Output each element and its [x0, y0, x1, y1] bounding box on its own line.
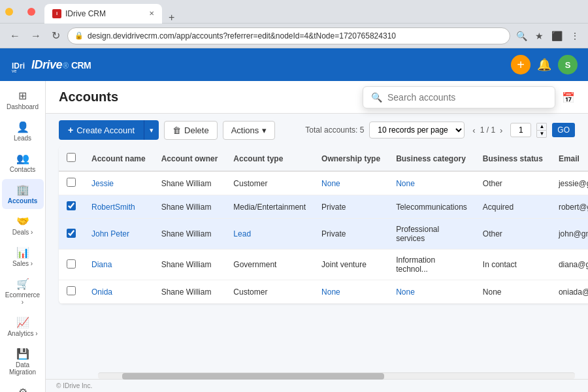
- analytics-icon: 📈: [16, 316, 29, 329]
- cell-business-status: Other: [475, 171, 551, 195]
- scrollbar-thumb[interactable]: [122, 373, 385, 380]
- cell-account-owner: Shane William: [154, 250, 226, 280]
- sidebar-item-leads[interactable]: 👤 Leads: [2, 116, 44, 146]
- account-name-link[interactable]: RobertSmith: [91, 203, 135, 212]
- forward-btn[interactable]: →: [27, 28, 44, 44]
- cell-account-name: Diana: [84, 250, 154, 280]
- go-btn[interactable]: GO: [552, 123, 575, 137]
- nav-bar: ← → ↻ 🔒 design.devidrivecrm.com/app/acco…: [0, 24, 588, 48]
- account-name-link[interactable]: Jessie: [91, 179, 114, 188]
- user-avatar[interactable]: S: [558, 55, 578, 74]
- table-row: Jessie Shane William Customer None None …: [59, 171, 588, 195]
- next-page-btn[interactable]: ›: [497, 124, 505, 137]
- sidebar-item-contacts[interactable]: 👥 Contacts: [2, 148, 44, 178]
- account-name-link[interactable]: John Peter: [91, 229, 129, 238]
- table-row: Diana Shane William Government Joint ven…: [59, 250, 588, 280]
- table-header-row: Account name Account owner Account type …: [59, 146, 588, 171]
- actions-dropdown-icon: ▾: [262, 125, 267, 135]
- prev-page-btn[interactable]: ‹: [470, 124, 478, 137]
- sidebar-item-accounts[interactable]: 🏢 Accounts: [2, 179, 44, 209]
- page-up-btn[interactable]: ▲: [536, 123, 547, 130]
- cell-account-type: Media/Entertainment: [225, 195, 314, 219]
- new-tab-btn[interactable]: +: [163, 12, 180, 24]
- row-checkbox[interactable]: [67, 286, 76, 295]
- back-btn[interactable]: ←: [7, 28, 24, 44]
- cell-account-type: Government: [225, 250, 314, 280]
- page-stepper: ▲ ▼: [536, 123, 547, 138]
- cell-ownership-type: None: [314, 171, 388, 195]
- account-name-link[interactable]: Onida: [91, 287, 112, 297]
- sidebar-label-dashboard: Dashboard: [7, 103, 39, 110]
- col-header-email: Email: [551, 146, 588, 171]
- ecommerce-icon: 🛒: [16, 278, 29, 290]
- bell-btn[interactable]: 🔔: [537, 57, 551, 72]
- create-account-btn[interactable]: + Create Account: [59, 120, 144, 140]
- sidebar-item-deals[interactable]: 🤝 Deals ›: [2, 210, 44, 240]
- cell-account-owner: Shane William: [154, 219, 226, 250]
- col-header-ownership-type: Ownership type: [314, 146, 388, 171]
- search-box: 🔍: [363, 87, 555, 108]
- page-number-input[interactable]: [510, 123, 531, 137]
- row-checkbox[interactable]: [67, 259, 76, 269]
- calendar-btn[interactable]: 📅: [562, 91, 575, 104]
- cell-account-name: Onida: [84, 280, 154, 304]
- sidebar-item-ecommerce[interactable]: 🛒 Ecommerce ›: [2, 273, 44, 310]
- sidebar-item-sales[interactable]: 📊 Sales ›: [2, 242, 44, 272]
- horizontal-scrollbar[interactable]: [98, 372, 575, 379]
- toolbar: + Create Account ▾ 🗑 Delete Actions ▾ To…: [46, 114, 588, 146]
- extensions-icon[interactable]: ⬛: [549, 29, 564, 43]
- cell-email: diana@gmail.com: [551, 250, 588, 280]
- page-down-btn[interactable]: ▼: [536, 130, 547, 138]
- tab-close-icon[interactable]: ✕: [149, 10, 154, 17]
- refresh-btn[interactable]: ↻: [48, 27, 63, 44]
- contacts-icon: 👥: [16, 152, 29, 165]
- maximize-btn[interactable]: [16, 8, 24, 16]
- address-bar[interactable]: 🔒 design.devidrivecrm.com/app/accounts?r…: [67, 27, 510, 44]
- delete-btn[interactable]: 🗑 Delete: [164, 121, 218, 140]
- main-content: Accounts 🔍 📅 + Create Account: [46, 81, 588, 392]
- pagination-controls: ‹ 1 / 1 ›: [470, 124, 505, 137]
- menu-icon[interactable]: ⋮: [568, 29, 581, 43]
- select-all-checkbox[interactable]: [67, 153, 76, 162]
- close-btn[interactable]: [27, 8, 35, 16]
- settings-icon: ⚙: [18, 386, 27, 392]
- search-nav-icon[interactable]: 🔍: [514, 29, 529, 43]
- per-page-select[interactable]: 10 records per page: [369, 122, 465, 139]
- sidebar-item-settings[interactable]: ⚙ Settings ›: [2, 382, 44, 392]
- delete-label: Delete: [184, 125, 209, 135]
- account-name-link[interactable]: Diana: [91, 260, 112, 269]
- plus-btn[interactable]: +: [511, 55, 531, 74]
- row-checkbox[interactable]: [67, 201, 76, 210]
- minimize-btn[interactable]: [5, 8, 13, 16]
- col-header-business-category: Business category: [388, 146, 475, 171]
- cell-account-type: Customer: [225, 280, 314, 304]
- sidebar-label-accounts: Accounts: [8, 197, 38, 204]
- bookmark-icon[interactable]: ★: [533, 29, 546, 43]
- actions-btn[interactable]: Actions ▾: [223, 121, 276, 140]
- svg-text:ve: ve: [12, 69, 17, 73]
- cell-email: jessie@gmail.com: [551, 171, 588, 195]
- sidebar-item-analytics[interactable]: 📈 Analytics ›: [2, 312, 44, 342]
- cell-email: oniada@gmail.com: [551, 280, 588, 304]
- logo-text: IDrive® CRM: [31, 58, 91, 72]
- cell-account-owner: Shane William: [154, 171, 226, 195]
- sidebar-label-deals: Deals ›: [12, 229, 33, 236]
- sidebar-item-dashboard[interactable]: ⊞ Dashboard: [2, 85, 44, 115]
- total-accounts-label: Total accounts: 5: [305, 125, 364, 135]
- create-account-btn-group: + Create Account ▾: [59, 120, 159, 140]
- col-header-account-name[interactable]: Account name: [84, 146, 154, 171]
- data-migration-icon: 💾: [16, 348, 29, 360]
- browser-tab[interactable]: i IDrive CRM ✕: [44, 4, 162, 24]
- sidebar-label-ecommerce: Ecommerce ›: [5, 291, 41, 306]
- tab-favicon: i: [52, 9, 61, 18]
- row-checkbox[interactable]: [67, 178, 76, 187]
- cell-check: [59, 219, 84, 250]
- search-input[interactable]: [387, 92, 547, 103]
- row-checkbox[interactable]: [67, 229, 76, 238]
- plus-icon: +: [68, 125, 73, 135]
- create-account-dropdown-btn[interactable]: ▾: [144, 120, 159, 140]
- sidebar-item-data-migration[interactable]: 💾 Data Migration: [2, 343, 44, 380]
- delete-icon: 🗑: [172, 125, 181, 135]
- table-container: Account name Account owner Account type …: [46, 146, 588, 372]
- dashboard-icon: ⊞: [18, 90, 27, 102]
